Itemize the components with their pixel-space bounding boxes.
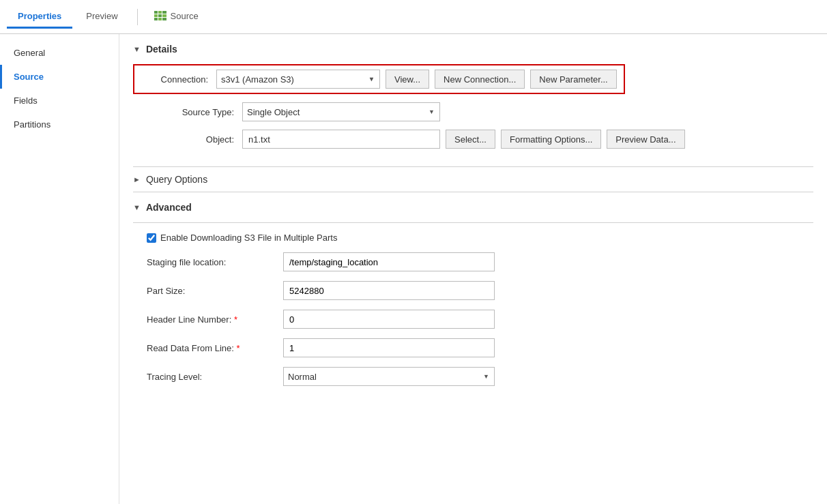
source-type-label: Source Type: xyxy=(133,107,242,117)
sidebar: General Source Fields Partitions xyxy=(0,34,119,504)
advanced-title: Advanced xyxy=(146,202,192,213)
details-collapse-arrow[interactable]: ▼ xyxy=(133,45,141,53)
details-section: ▼ Details Connection: s3v1 (Amazon S3) ▼… xyxy=(119,34,827,166)
preview-data-button[interactable]: Preview Data... xyxy=(607,130,684,149)
tab-source-label: Source xyxy=(171,11,199,21)
advanced-collapse-arrow[interactable]: ▼ xyxy=(133,203,141,211)
advanced-header: ▼ Advanced xyxy=(133,202,813,213)
tab-properties[interactable]: Properties xyxy=(7,5,72,29)
part-size-row: Part Size: xyxy=(147,281,813,300)
new-parameter-button[interactable]: New Parameter... xyxy=(530,70,616,89)
sidebar-item-source[interactable]: Source xyxy=(0,65,119,89)
formatting-options-button[interactable]: Formatting Options... xyxy=(501,130,601,149)
svg-rect-6 xyxy=(154,18,158,20)
query-options-section: ► Query Options xyxy=(119,167,827,192)
checkbox-label: Enable Downloading S3 File in Multiple P… xyxy=(160,233,337,243)
part-size-label: Part Size: xyxy=(147,286,283,296)
connection-select-wrapper: s3v1 (Amazon S3) ▼ xyxy=(216,70,380,89)
tracing-level-select[interactable]: Normal Verbose None xyxy=(283,367,495,386)
svg-rect-5 xyxy=(162,14,166,17)
source-type-select[interactable]: Single Object xyxy=(242,102,440,121)
read-data-row: Read Data From Line: * xyxy=(147,338,813,357)
svg-rect-7 xyxy=(158,18,162,20)
source-type-control: Single Object xyxy=(242,102,813,121)
top-tab-bar: Properties Preview Source xyxy=(0,0,827,34)
source-type-row: Source Type: Single Object xyxy=(133,102,813,121)
select-button[interactable]: Select... xyxy=(446,130,495,149)
query-options-header: ► Query Options xyxy=(133,174,813,185)
svg-rect-2 xyxy=(162,11,166,14)
connection-row: Connection: s3v1 (Amazon S3) ▼ View... N… xyxy=(133,64,625,94)
object-label: Object: xyxy=(133,134,242,145)
tracing-level-row: Tracing Level: Normal Verbose None xyxy=(147,367,813,386)
header-line-label: Header Line Number: * xyxy=(147,314,283,325)
connection-select[interactable]: s3v1 (Amazon S3) xyxy=(216,70,380,89)
svg-rect-4 xyxy=(158,14,162,17)
svg-rect-3 xyxy=(154,14,158,17)
advanced-divider xyxy=(133,222,813,223)
read-data-label: Read Data From Line: * xyxy=(147,343,283,353)
sidebar-item-fields[interactable]: Fields xyxy=(0,89,119,113)
main-layout: General Source Fields Partitions ▼ Detai… xyxy=(0,34,827,504)
read-data-required: * xyxy=(237,343,240,353)
object-input[interactable] xyxy=(242,130,440,149)
details-title: Details xyxy=(146,44,177,55)
object-row: Object: Select... Formatting Options... … xyxy=(133,130,813,149)
enable-multipart-checkbox[interactable] xyxy=(147,233,156,243)
query-expand-arrow[interactable]: ► xyxy=(133,175,141,183)
view-button[interactable]: View... xyxy=(386,70,429,89)
svg-rect-1 xyxy=(158,11,162,14)
tracing-level-select-wrapper: Normal Verbose None xyxy=(283,367,495,386)
staging-file-row: Staging file location: xyxy=(147,252,813,271)
tracing-level-label: Tracing Level: xyxy=(147,372,283,382)
tab-preview[interactable]: Preview xyxy=(75,5,128,29)
svg-rect-8 xyxy=(162,18,166,20)
checkbox-row: Enable Downloading S3 File in Multiple P… xyxy=(147,233,813,243)
source-grid-icon xyxy=(154,11,166,20)
object-control: Select... Formatting Options... Preview … xyxy=(242,130,813,149)
header-line-row: Header Line Number: * xyxy=(147,310,813,329)
header-line-required: * xyxy=(234,314,237,325)
advanced-section: ▼ Advanced Enable Downloading S3 File in… xyxy=(119,192,827,405)
tab-divider xyxy=(137,9,138,25)
sidebar-item-partitions[interactable]: Partitions xyxy=(0,113,119,136)
new-connection-button[interactable]: New Connection... xyxy=(435,70,525,89)
header-line-input[interactable] xyxy=(283,310,495,329)
content-area: ▼ Details Connection: s3v1 (Amazon S3) ▼… xyxy=(119,34,827,504)
details-header: ▼ Details xyxy=(133,44,813,55)
staging-file-label: Staging file location: xyxy=(147,257,283,267)
part-size-input[interactable] xyxy=(283,281,495,300)
read-data-input[interactable] xyxy=(283,338,495,357)
svg-rect-0 xyxy=(154,11,158,14)
staging-file-input[interactable] xyxy=(283,252,495,271)
sidebar-item-general[interactable]: General xyxy=(0,41,119,65)
connection-label: Connection: xyxy=(141,74,216,85)
query-options-title: Query Options xyxy=(146,174,207,185)
tab-source[interactable]: Source xyxy=(143,5,209,29)
source-type-select-wrapper: Single Object xyxy=(242,102,440,121)
